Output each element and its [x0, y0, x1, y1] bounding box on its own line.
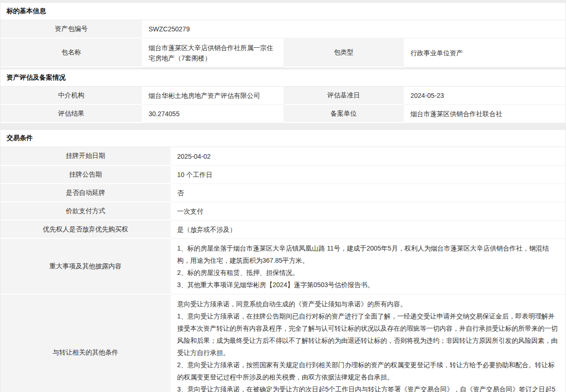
- field-value-package-name: 烟台市蓬莱区大辛店供销合作社所属一宗住宅房地产（7套阁楼）: [142, 38, 283, 67]
- section-basic-info: 标的基本信息 资产包编号 SWZC250279 包名称 烟台市蓬莱区大辛店供销合…: [0, 2, 566, 67]
- field-value-appraisal-base-date: 2024-05-23: [404, 87, 566, 105]
- condition-line: 3、意向受让方须承诺，在被确定为受让方的次日起5个工作日内与转让方签署《资产交易…: [177, 383, 559, 392]
- field-label-listing-start-date: 挂牌开始日期: [0, 147, 171, 166]
- appraisal-table: 中介机构 烟台华彬土地房地产资产评估有限公司 评估基准日 2024-05-23 …: [0, 87, 566, 123]
- disclosure-line: 3、其他重大事项详见烟华彬房【2024】蓬字第0503号估价报告书。: [177, 279, 559, 291]
- disclosure-line: 2、标的房屋没有租赁、抵押、担保情况。: [177, 266, 559, 279]
- field-value-major-disclosure: 1、标的房屋坐落于烟台市蓬莱区大辛店镇凤凰山路 11号，建成于2005年5月，权…: [171, 239, 566, 295]
- section-title-trade-conditions: 交易条件: [0, 129, 566, 147]
- field-value-listing-start-date: 2025-04-02: [171, 147, 566, 166]
- field-value-package-type: 行政事业单位资产: [404, 38, 566, 67]
- field-value-listing-period: 10 个工作日: [171, 166, 566, 184]
- section-title-appraisal: 资产评估及备案情况: [0, 69, 566, 87]
- field-label-package-name: 包名称: [0, 38, 142, 67]
- condition-line: 意向受让方须承诺，同意系统自动生成的《资产受让须知与承诺》的所有内容。: [177, 298, 559, 310]
- field-label-other-transfer-conditions: 与转让相关的其他条件: [0, 295, 171, 392]
- field-label-filing-unit: 备案单位: [283, 105, 404, 123]
- field-label-package-type: 包类型: [283, 38, 404, 67]
- field-value-auto-extension: 否: [171, 184, 566, 202]
- field-value-filing-unit: 烟台市蓬莱区供销合作社联合社: [404, 105, 566, 123]
- field-label-preemptive-right-waiver: 优先权人是否放弃优先购买权: [0, 221, 171, 239]
- section-separator: [0, 123, 566, 129]
- field-value-appraisal-result: 30.274055: [142, 105, 283, 123]
- section-trade-conditions: 交易条件 挂牌开始日期 2025-04-02 挂牌公告期 10 个工作日 是否自…: [0, 129, 566, 392]
- field-value-agency: 烟台华彬土地房地产资产评估有限公司: [142, 87, 283, 105]
- field-label-package-number: 资产包编号: [0, 20, 142, 38]
- field-value-preemptive-right-waiver: 是（放弃或不涉及）: [171, 221, 566, 239]
- field-value-package-number: SWZC250279: [142, 20, 566, 38]
- field-value-other-transfer-conditions: 意向受让方须承诺，同意系统自动生成的《资产受让须知与承诺》的所有内容。 1、意向…: [171, 295, 566, 392]
- section-appraisal: 资产评估及备案情况 中介机构 烟台华彬土地房地产资产评估有限公司 评估基准日 2…: [0, 69, 566, 123]
- field-label-appraisal-result: 评估结果: [0, 105, 142, 123]
- page: 标的基本信息 资产包编号 SWZC250279 包名称 烟台市蓬莱区大辛店供销合…: [0, 0, 566, 392]
- field-label-payment-method: 价款支付方式: [0, 202, 171, 221]
- condition-line: 1、意向受让方须承诺，在挂牌公告期间已自行对标的资产进行了全面了解，一经递交受让…: [177, 310, 559, 359]
- field-value-payment-method: 一次支付: [171, 202, 566, 221]
- field-label-agency: 中介机构: [0, 87, 142, 105]
- condition-line: 2、意向受让方须承诺，按照国家有关规定自行到相关部门办理标的资产的权属变更登记手…: [177, 359, 559, 383]
- basic-info-table: 资产包编号 SWZC250279 包名称 烟台市蓬莱区大辛店供销合作社所属一宗住…: [0, 20, 566, 67]
- field-label-listing-period: 挂牌公告期: [0, 166, 171, 184]
- field-label-appraisal-base-date: 评估基准日: [283, 87, 404, 105]
- field-label-auto-extension: 是否自动延牌: [0, 184, 171, 202]
- disclosure-line: 1、标的房屋坐落于烟台市蓬莱区大辛店镇凤凰山路 11号，建成于2005年5月，权…: [177, 242, 559, 266]
- section-title-basic-info: 标的基本信息: [0, 2, 566, 20]
- trade-conditions-table: 挂牌开始日期 2025-04-02 挂牌公告期 10 个工作日 是否自动延牌 否…: [0, 147, 566, 392]
- field-label-major-disclosure: 重大事项及其他披露内容: [0, 239, 171, 295]
